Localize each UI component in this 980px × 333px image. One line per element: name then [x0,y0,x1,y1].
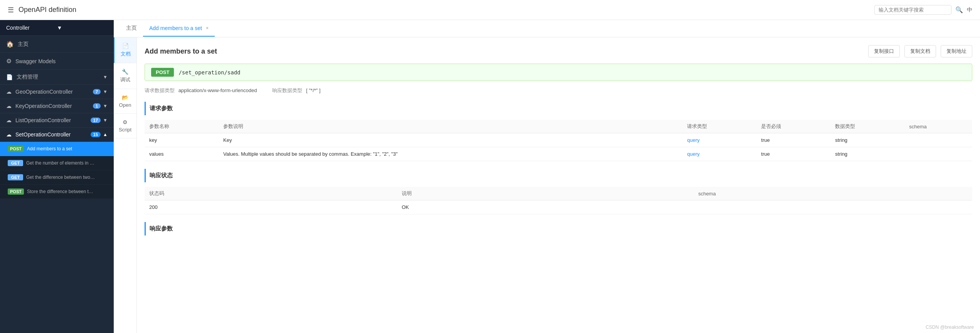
sidebar-item-geo[interactable]: ☁ GeoOperationController 7 ▼ [0,85,114,99]
home-icon: 🏠 [6,40,14,48]
sidebar-sub-item-post-store[interactable]: POST Store the difference between two s.… [0,185,114,199]
request-type-key[interactable]: query [687,137,700,143]
sidebar-geo-label: GeoOperationController [15,89,73,95]
set-icon: ☁ [6,131,12,138]
table-row: 200 OK [145,200,972,214]
sidebar-item-list[interactable]: ☁ ListOperationController 17 ▼ [0,113,114,128]
key-badge: 1 [93,103,101,109]
content-area: 主页 Add members to a set × 📄 文档 🔧 调试 [114,20,980,333]
tab-home[interactable]: 主页 [120,20,143,37]
sidebar-item-swagger[interactable]: ⚙ Swagger Models [0,53,114,70]
response-params-title: 响应参数 [145,222,972,235]
request-type-label: 请求数据类型 [145,87,175,93]
status-desc-ok: OK [397,200,598,214]
col-param-desc: 参数说明 [219,120,682,133]
doc-content: Add members to a set 复制接口 复制文档 复制地址 POST… [137,37,980,333]
lang-button[interactable]: 中 [967,7,972,13]
response-type-value: [ "*/*" ] [306,87,320,93]
response-type-label: 响应数据类型 [272,87,302,93]
sub-tab-open-label: Open [119,102,131,108]
col-data-type: 数据类型 [830,120,904,133]
tabs-bar: 主页 Add members to a set × [114,20,980,37]
set-chevron: ▲ [103,132,108,137]
col-param-name: 参数名称 [145,120,219,133]
sidebar-item-home[interactable]: 🏠 主页 [0,36,114,53]
sub-tab-script-label: Script [119,127,131,133]
sidebar-sub-item-get-diff[interactable]: GET Get the difference between two se... [0,170,114,185]
geo-badge: 7 [93,89,101,94]
tab-active[interactable]: Add members to a set × [143,20,215,37]
copy-doc-button[interactable]: 复制文档 [904,45,936,57]
sidebar-sub-item-get-count[interactable]: GET Get the number of elements in a s... [0,156,114,170]
method-post-badge-2: POST [8,188,24,195]
header-right: 🔍 中 [874,5,972,15]
hamburger-icon[interactable]: ☰ [8,6,14,14]
sub-tab-doc[interactable]: 📄 文档 [114,37,136,63]
col-schema: schema [904,120,972,133]
docs-icon: 📄 [6,74,13,80]
data-type-values: string [830,147,904,161]
sub-tab-script[interactable]: ⚙ Script [114,114,136,138]
sub-tab-debug[interactable]: 🔧 调试 [114,63,136,89]
sidebar-list-label: ListOperationController [15,117,71,123]
sidebar-item-docs[interactable]: 📄 文档管理 ▼ [0,70,114,85]
tab-home-label: 主页 [126,25,137,32]
sub-tab-debug-label: 调试 [120,76,130,83]
param-desc-values: Values. Multiple values should be separa… [219,147,682,161]
schema-values [904,147,972,161]
sidebar: Controller ▼ 🏠 主页 ⚙ Swagger Models 📄 文档管… [0,20,114,333]
controller-select-arrow: ▼ [57,25,108,31]
search-input[interactable] [874,5,951,15]
docs-chevron: ▼ [103,74,108,80]
copy-address-button[interactable]: 复制地址 [941,45,972,57]
doc-section-title: Add members to a set [145,47,217,56]
tab-active-label: Add members to a set [149,25,202,31]
controller-select[interactable]: Controller ▼ [0,20,114,36]
sidebar-key-label: KeyOperationController [15,103,72,109]
required-key: true [756,133,830,147]
sidebar-sub-item-post-add[interactable]: POST Add members to a set [0,142,114,156]
list-chevron: ▼ [103,118,108,123]
params-section-title: 请求参数 [145,102,972,115]
script-tab-icon: ⚙ [123,119,128,125]
request-type-values[interactable]: query [687,151,700,157]
action-buttons: 复制接口 复制文档 复制地址 [868,45,972,57]
required-values: true [756,147,830,161]
request-params-section: 请求参数 参数名称 参数说明 请求类型 是否必须 数据类型 schema [145,102,972,161]
sidebar-set-label: SetOperationController [15,131,71,138]
swagger-icon: ⚙ [6,57,12,65]
tab-close-icon[interactable]: × [206,25,209,31]
table-row: key Key query true string [145,133,972,147]
request-type-value: application/x-www-form-urlencoded [178,87,257,93]
sub-label-post-store: Store the difference between two s... [27,189,96,194]
sub-tab-open[interactable]: 📂 Open [114,89,136,114]
method-get-badge-2: GET [8,174,23,180]
status-code-200: 200 [145,200,397,214]
sub-tab-doc-label: 文档 [121,50,131,57]
copy-interface-button[interactable]: 复制接口 [868,45,900,57]
key-chevron: ▼ [103,103,108,109]
middle-content: 📄 文档 🔧 调试 📂 Open ⚙ Script [114,37,980,333]
response-status-title: 响应状态 [145,169,972,182]
data-type-key: string [830,133,904,147]
col-status-code: 状态码 [145,187,397,200]
sidebar-item-key[interactable]: ☁ KeyOperationController 1 ▼ [0,99,114,113]
page-title: OpenAPI definition [19,6,76,14]
endpoint-path: /set_operation/sadd [178,69,240,76]
endpoint-method-badge: POST [151,68,174,77]
sub-label-get-diff: Get the difference between two se... [26,175,96,180]
controller-select-label: Controller [6,25,57,31]
col-request-type: 请求类型 [682,120,756,133]
response-status-section: 响应状态 状态码 说明 schema 200 [145,169,972,214]
sidebar-item-set[interactable]: ☁ SetOperationController 15 ▲ [0,128,114,142]
method-get-badge-1: GET [8,160,23,166]
geo-icon: ☁ [6,89,12,95]
col-status-desc: 说明 [397,187,598,200]
sidebar-swagger-label: Swagger Models [15,58,56,64]
section-header: Add members to a set 复制接口 复制文档 复制地址 [145,45,972,57]
param-name-key: key [145,133,219,147]
response-status-table: 状态码 说明 schema 200 OK [145,187,972,214]
search-icon[interactable]: 🔍 [955,6,963,13]
open-tab-icon: 📂 [122,94,128,101]
col-response-schema: schema [694,187,972,200]
